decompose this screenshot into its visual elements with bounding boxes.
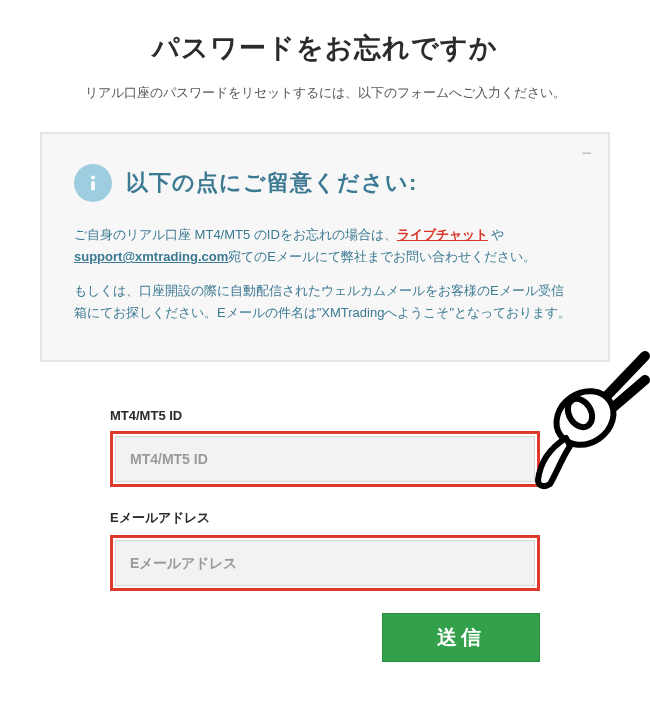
page-title: パスワードをお忘れですか: [40, 30, 610, 66]
email-input[interactable]: [115, 540, 535, 586]
id-field-label: MT4/MT5 ID: [110, 408, 540, 423]
id-field-highlight: [110, 431, 540, 487]
svg-point-0: [91, 175, 95, 179]
notice-paragraph-1: ご自身のリアル口座 MT4/MT5 のIDをお忘れの場合は、ライブチャット や …: [74, 224, 576, 268]
email-field-label: Eメールアドレス: [110, 509, 540, 527]
notice-body: ご自身のリアル口座 MT4/MT5 のIDをお忘れの場合は、ライブチャット や …: [74, 224, 576, 324]
page-subtitle: リアル口座のパスワードをリセットするには、以下のフォームへご入力ください。: [40, 84, 610, 102]
submit-row: 送信: [110, 613, 540, 662]
collapse-button[interactable]: −: [581, 144, 592, 162]
mt4-mt5-id-input[interactable]: [115, 436, 535, 482]
notice-title: 以下の点にご留意ください:: [126, 168, 417, 198]
live-chat-link[interactable]: ライブチャット: [397, 227, 488, 242]
notice-header: 以下の点にご留意ください:: [74, 164, 576, 202]
notice-paragraph-2: もしくは、口座開設の際に自動配信されたウェルカムメールをお客様のEメール受信箱に…: [74, 280, 576, 324]
submit-button[interactable]: 送信: [382, 613, 540, 662]
svg-rect-1: [91, 181, 95, 190]
email-field-highlight: [110, 535, 540, 591]
support-email-link[interactable]: support@xmtrading.com: [74, 249, 228, 264]
form-area: MT4/MT5 ID Eメールアドレス 送信: [40, 408, 610, 662]
info-icon: [74, 164, 112, 202]
notice-box: − 以下の点にご留意ください: ご自身のリアル口座 MT4/MT5 のIDをお忘…: [40, 132, 610, 362]
